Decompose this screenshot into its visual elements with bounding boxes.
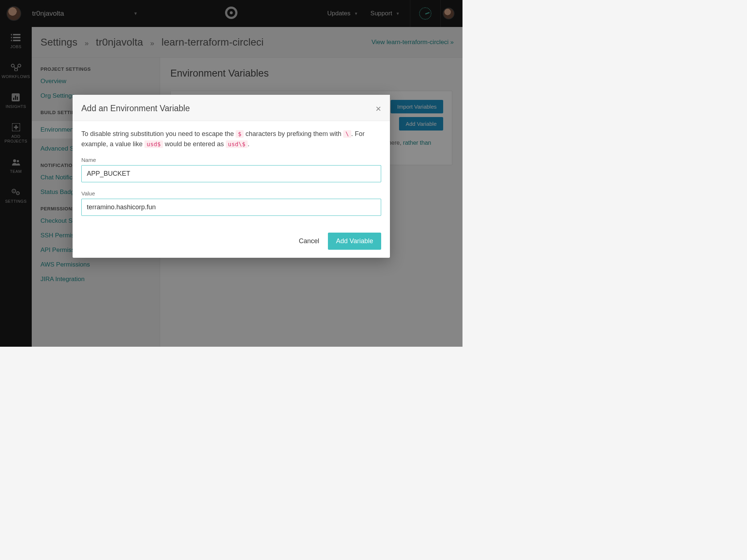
code-backslash: \: [343, 130, 351, 138]
code-usd-escaped: usd\$: [226, 140, 248, 148]
code-dollar: $: [236, 130, 244, 138]
desc-text: To disable string substitution you need …: [81, 130, 236, 137]
value-input[interactable]: [81, 199, 381, 216]
desc-text: characters by prefixing them with: [244, 130, 343, 137]
name-label: Name: [81, 157, 381, 163]
modal-description: To disable string substitution you need …: [81, 129, 381, 149]
close-icon[interactable]: ×: [376, 104, 381, 113]
value-label: Value: [81, 190, 381, 197]
add-env-var-modal: Add an Environment Variable × To disable…: [73, 95, 390, 258]
desc-text: would be entered as: [163, 140, 226, 148]
cancel-button[interactable]: Cancel: [299, 237, 319, 245]
modal-footer: Cancel Add Variable: [73, 226, 390, 258]
code-usd: usd$: [144, 140, 163, 148]
add-variable-button[interactable]: Add Variable: [328, 233, 381, 250]
desc-text: .: [248, 140, 249, 148]
modal-title: Add an Environment Variable: [81, 104, 190, 113]
name-input[interactable]: [81, 165, 381, 182]
modal-body: To disable string substitution you need …: [73, 121, 390, 226]
modal-header: Add an Environment Variable ×: [73, 95, 390, 121]
